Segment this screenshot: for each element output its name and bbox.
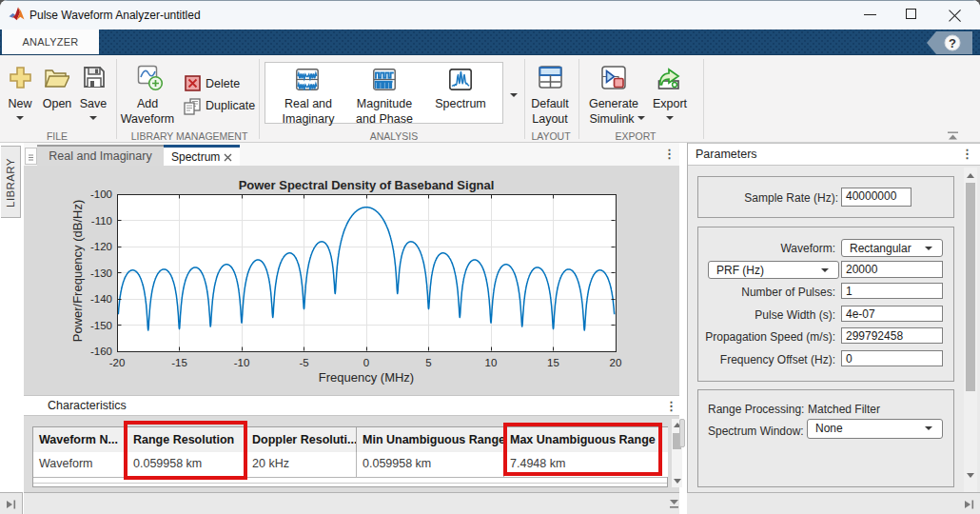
- svg-text:-120: -120: [90, 241, 112, 252]
- svg-text:-20: -20: [109, 357, 126, 368]
- svg-text:10: 10: [485, 357, 498, 368]
- svg-text:-10: -10: [234, 357, 250, 368]
- svg-text:-130: -130: [90, 267, 112, 279]
- svg-text:?: ?: [949, 36, 956, 50]
- svg-text:-140: -140: [90, 293, 112, 305]
- svg-text:5: 5: [425, 357, 431, 368]
- svg-text:-110: -110: [91, 215, 112, 227]
- svg-text:Power/Frequency (dB/Hz): Power/Frequency (dB/Hz): [70, 200, 85, 343]
- svg-text:20: 20: [610, 357, 622, 368]
- svg-text:-150: -150: [90, 320, 112, 331]
- svg-text:15: 15: [547, 357, 559, 368]
- svg-text:0: 0: [363, 357, 369, 368]
- svg-text:Frequency (MHz): Frequency (MHz): [319, 370, 414, 385]
- svg-text:-15: -15: [171, 357, 187, 368]
- svg-text:Power Spectral Density of Base: Power Spectral Density of Baseband Signa…: [239, 178, 495, 192]
- svg-text:-160: -160: [90, 346, 112, 357]
- svg-text:-100: -100: [90, 188, 112, 200]
- svg-text:-5: -5: [299, 357, 308, 368]
